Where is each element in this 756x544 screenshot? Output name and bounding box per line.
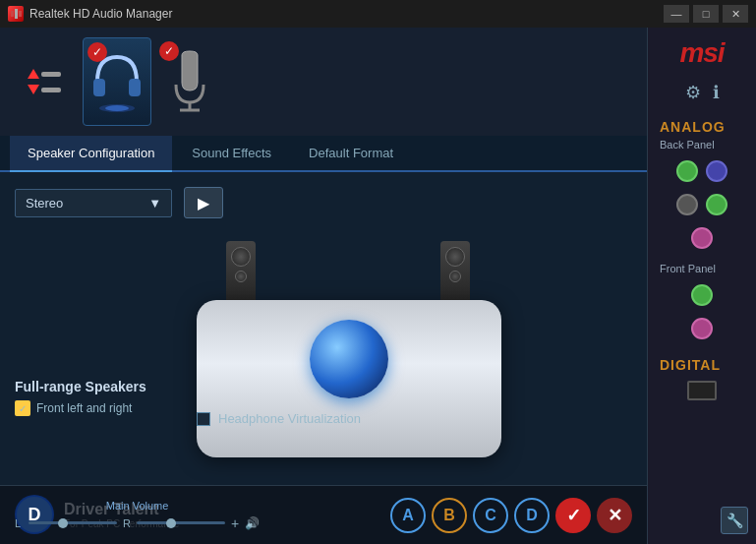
stereo-value: Stereo <box>26 196 63 211</box>
titlebar: Realtek HD Audio Manager — □ ✕ <box>0 0 756 28</box>
rca-device[interactable] <box>10 37 79 126</box>
device-row: ✓ ✓ <box>0 28 647 136</box>
app-icon <box>8 6 24 22</box>
fullrange-checkbox[interactable]: ✓ <box>15 400 30 416</box>
jack-green-front[interactable] <box>691 284 713 306</box>
msi-logo: msi <box>679 37 724 69</box>
stage-sphere <box>310 320 388 398</box>
digital-port[interactable] <box>687 381 717 400</box>
jack-blue-back[interactable] <box>706 160 727 182</box>
speaker-cone-left <box>231 247 251 267</box>
back-jack-row-3 <box>691 227 713 249</box>
check-overlay: ✓ <box>87 42 107 62</box>
headphone-virtualization: Headphone Virtualization <box>197 411 361 426</box>
rca-icon <box>20 61 69 102</box>
headphone-virt-label: Headphone Virtualization <box>218 411 361 426</box>
jack-pink-front[interactable] <box>691 318 713 339</box>
volume-label: Main Volume <box>15 500 260 512</box>
tabs: Speaker Configuration Sound Effects Defa… <box>0 136 647 172</box>
button-a[interactable]: A <box>390 498 426 533</box>
tab-speaker-config[interactable]: Speaker Configuration <box>10 136 172 172</box>
mic-check-overlay: ✓ <box>159 41 179 61</box>
maximize-button[interactable]: □ <box>693 5 719 23</box>
button-c[interactable]: C <box>473 498 508 533</box>
volume-slider-l[interactable] <box>29 521 117 524</box>
back-jack-row-2 <box>676 194 727 215</box>
svg-rect-1 <box>15 9 18 19</box>
main-container: ✓ ✓ <box>0 28 756 544</box>
confirm-button[interactable]: ✓ <box>555 498 591 533</box>
tab-sound-effects[interactable]: Sound Effects <box>174 136 289 172</box>
stereo-dropdown[interactable]: Stereo ▼ <box>15 189 172 217</box>
left-content: ✓ ✓ <box>0 28 647 544</box>
back-jack-row-1 <box>676 160 727 182</box>
right-icons-top: ⚙ ℹ <box>685 82 720 103</box>
wrench-button[interactable]: 🔧 <box>721 507 748 534</box>
jack-green2-back[interactable] <box>706 194 727 215</box>
fullrange-section: Full-range Speakers ✓ Front left and rig… <box>15 379 146 416</box>
tab-default-format[interactable]: Default Format <box>291 136 411 172</box>
volume-thumb-r <box>166 518 176 528</box>
bottom-bar: D Driver Talent For Peak PC Performance … <box>0 485 647 544</box>
titlebar-controls: — □ ✕ <box>664 5 748 23</box>
stage-platform <box>197 300 501 457</box>
content-panel: Stereo ▼ ▶ <box>0 172 647 485</box>
svg-rect-0 <box>11 11 14 17</box>
front-jack-row-1 <box>691 284 713 306</box>
app-title: Realtek HD Audio Manager <box>29 7 172 21</box>
speaker-tweeter-left <box>235 271 247 282</box>
svg-rect-3 <box>93 79 105 96</box>
analog-label: ANALOG <box>660 119 726 135</box>
close-button[interactable]: ✕ <box>723 5 748 23</box>
dropdown-arrow-icon: ▼ <box>148 196 161 211</box>
volume-speaker-icon: 🔊 <box>245 516 260 530</box>
jack-pink-back[interactable] <box>691 227 713 249</box>
vol-l-label: L <box>15 517 23 529</box>
back-panel-label: Back Panel <box>660 139 715 151</box>
speaker-cone-right <box>445 247 465 267</box>
volume-controls: L R + 🔊 <box>15 515 260 531</box>
button-d[interactable]: D <box>514 498 550 533</box>
front-jack-row-2 <box>691 318 713 339</box>
fullrange-item: ✓ Front left and right <box>15 400 146 416</box>
vol-r-label: R <box>123 517 131 529</box>
fullrange-label: Front left and right <box>36 401 132 415</box>
abcd-buttons: A B C D ✓ ✕ <box>390 498 632 533</box>
front-panel-label: Front Panel <box>660 263 716 274</box>
jack-green-back[interactable] <box>676 160 698 182</box>
volume-section: Main Volume L R + 🔊 <box>15 500 260 531</box>
volume-icon: + <box>231 515 239 531</box>
svg-rect-4 <box>129 79 141 96</box>
headphone-virt-checkbox[interactable] <box>197 412 210 426</box>
headphone-device[interactable]: ✓ <box>83 37 151 126</box>
svg-rect-2 <box>19 11 22 17</box>
volume-thumb-l <box>58 518 68 528</box>
mic-device[interactable]: ✓ <box>155 37 224 126</box>
play-button[interactable]: ▶ <box>184 187 223 218</box>
speaker-tweeter-right <box>449 271 461 282</box>
volume-slider-r[interactable] <box>137 521 225 524</box>
jack-gray-back[interactable] <box>676 194 698 215</box>
minimize-button[interactable]: — <box>664 5 689 23</box>
info-icon[interactable]: ℹ <box>713 82 720 103</box>
settings-icon[interactable]: ⚙ <box>685 82 701 103</box>
fullrange-title: Full-range Speakers <box>15 379 146 394</box>
right-panel: msi ⚙ ℹ ANALOG Back Panel Front Panel <box>648 28 756 544</box>
digital-label: DIGITAL <box>660 357 721 373</box>
svg-point-6 <box>105 105 129 111</box>
titlebar-left: Realtek HD Audio Manager <box>8 6 172 22</box>
button-b[interactable]: B <box>432 498 467 533</box>
stereo-row: Stereo ▼ ▶ <box>15 187 632 218</box>
cancel-button[interactable]: ✕ <box>597 498 632 533</box>
